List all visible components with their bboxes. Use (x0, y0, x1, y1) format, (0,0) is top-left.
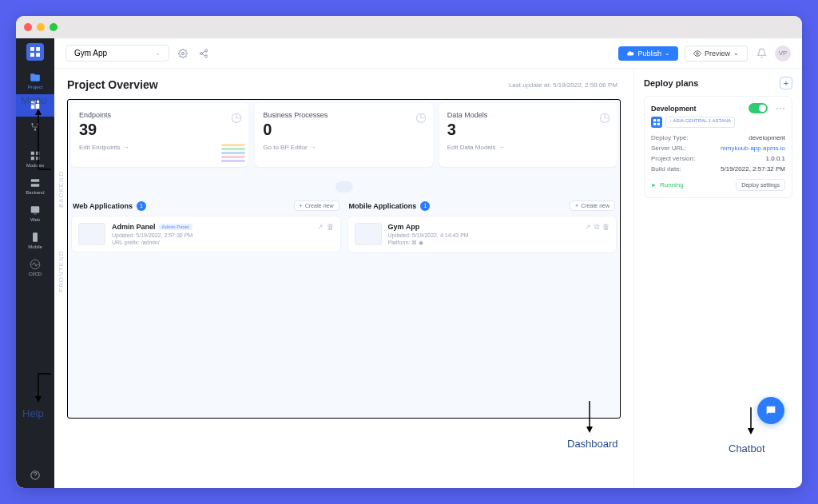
deploy-settings-button[interactable]: Deploy settings (736, 179, 785, 191)
svg-rect-15 (31, 179, 40, 182)
chevron-down-icon: ⌄ (733, 50, 739, 57)
svg-rect-18 (34, 214, 37, 215)
svg-point-8 (31, 123, 33, 125)
help-button[interactable] (30, 470, 41, 482)
svg-point-23 (201, 52, 203, 54)
sidebar-item-web[interactable]: Web (16, 200, 54, 227)
svg-point-10 (34, 129, 36, 130)
svg-rect-13 (31, 157, 34, 160)
web-apps-section: Web Applications 1 +Create new Admin Pan… (71, 197, 341, 415)
sidebar-item-designer[interactable] (16, 94, 54, 117)
close-window-dot[interactable] (24, 23, 32, 31)
settings-icon[interactable] (176, 46, 190, 61)
app-logo[interactable] (26, 43, 44, 61)
add-deploy-plan-button[interactable]: + (780, 77, 792, 89)
endpoints-chart-icon (221, 144, 245, 162)
chevron-down-icon: ⌄ (665, 50, 670, 57)
svg-rect-19 (33, 232, 38, 242)
dashboard-panel: ◷ Endpoints 39 Edit Endpoints→ ◷ Busi (67, 99, 621, 419)
server-url-link[interactable]: mmykoub-app.apms.io (721, 145, 785, 152)
create-mobile-app-button[interactable]: +Create new (570, 200, 615, 211)
user-avatar[interactable]: VP (775, 46, 791, 62)
env-toggle[interactable] (749, 103, 768, 113)
chevron-down-icon: ⌄ (155, 50, 161, 57)
mobile-count-badge: 1 (420, 201, 430, 211)
copy-icon[interactable]: ⧉ (594, 223, 599, 246)
sidebar-item-backend[interactable]: Backend (16, 173, 54, 200)
mobile-apps-section: Mobile Applications 1 +Create new Gym Ap… (347, 197, 617, 415)
preview-button[interactable]: Preview ⌄ (685, 46, 748, 62)
last-update: Last update at: 5/19/2022, 2:58:06 PM (509, 81, 617, 89)
app-thumbnail (355, 223, 382, 245)
svg-rect-6 (30, 53, 34, 57)
endpoints-card[interactable]: ◷ Endpoints 39 Edit Endpoints→ (71, 103, 248, 167)
open-icon[interactable]: ↗ (317, 223, 324, 245)
clock-icon: ◷ (231, 109, 242, 125)
svg-rect-28 (653, 123, 656, 125)
svg-rect-12 (36, 152, 39, 155)
svg-rect-16 (31, 184, 40, 187)
topbar: Gym App ⌄ Publish ⌄ (54, 38, 802, 69)
web-app-card[interactable]: Admin PanelAdmin Panel Updated: 5/19/202… (71, 216, 341, 252)
svg-rect-17 (31, 206, 40, 212)
deploy-panel: Deploy plans + Development ⋯ ↑ ASIA CENT… (634, 69, 802, 488)
share-icon[interactable] (197, 46, 211, 61)
svg-rect-27 (657, 119, 660, 121)
page-title: Project Overview (67, 78, 158, 91)
maximize-window-dot[interactable] (50, 23, 58, 31)
svg-point-22 (205, 50, 208, 52)
android-icon: ◉ (419, 240, 423, 245)
svg-rect-5 (36, 47, 40, 51)
clock-icon: ◷ (599, 109, 610, 125)
svg-rect-4 (30, 47, 34, 51)
bp-editor-link[interactable]: Go to BP Editor→ (263, 144, 424, 151)
mobile-app-card[interactable]: Gym App Updated: 5/19/2022, 4:14:43 PM P… (347, 216, 617, 253)
delete-icon[interactable]: 🗑 (602, 223, 610, 246)
models-card[interactable]: ◷ Data Models 3 Edit Data Models→ (439, 103, 617, 167)
delete-icon[interactable]: 🗑 (327, 223, 334, 245)
bp-card[interactable]: ◷ Business Processes 0 Go to BP Editor→ (255, 103, 432, 167)
open-icon[interactable]: ↗ (585, 223, 591, 246)
env-menu[interactable]: ⋯ (776, 106, 785, 111)
svg-point-9 (37, 123, 38, 125)
clock-icon: ◷ (415, 109, 427, 125)
sidebar-item-modules[interactable]: Modules (16, 145, 54, 173)
minimize-window-dot[interactable] (37, 23, 45, 31)
apple-icon: ⌘ (411, 240, 417, 245)
sidebar-item-mobile[interactable]: Mobile (16, 227, 54, 254)
status-badge: Running (651, 181, 684, 189)
svg-rect-14 (36, 157, 39, 160)
edit-endpoints-link[interactable]: Edit Endpoints→ (79, 144, 240, 151)
create-web-app-button[interactable]: +Create new (294, 200, 340, 211)
svg-point-24 (205, 55, 208, 58)
env-logo (651, 117, 662, 128)
notifications-icon[interactable] (754, 46, 768, 61)
region-badge: ↑ ASIA CENTRAL 1 ASTANA (665, 117, 735, 128)
svg-point-21 (182, 52, 185, 54)
svg-rect-29 (657, 123, 660, 125)
app-thumbnail (78, 223, 105, 245)
sidebar-item-project[interactable]: Project (16, 67, 54, 94)
project-select[interactable]: Gym App ⌄ (66, 45, 169, 62)
svg-rect-11 (31, 152, 34, 155)
svg-rect-7 (36, 53, 40, 57)
edit-models-link[interactable]: Edit Data Models→ (447, 144, 609, 151)
browser-titlebar (16, 16, 802, 38)
cloud-icon (336, 181, 353, 192)
svg-point-25 (697, 52, 699, 54)
svg-rect-26 (653, 119, 656, 121)
chatbot-button[interactable] (757, 397, 784, 424)
sidebar-item-workflow[interactable] (16, 117, 54, 139)
sidebar-item-cicd[interactable]: CI/CD (16, 254, 54, 281)
sidebar: Project Modules Backend Web (16, 38, 54, 488)
publish-button[interactable]: Publish ⌄ (618, 46, 678, 61)
web-count-badge: 1 (137, 201, 146, 211)
